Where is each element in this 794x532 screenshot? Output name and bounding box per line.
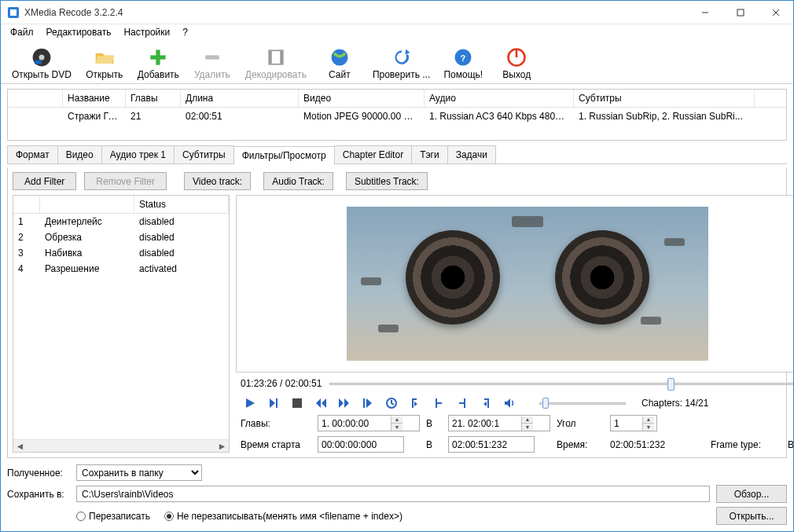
remove-filter-button[interactable]: Remove Filter <box>84 172 167 190</box>
cell-name: Стражи Га... <box>63 108 126 125</box>
list-item[interactable]: 4 Разрешение activated <box>13 261 229 277</box>
exit-button[interactable]: Выход <box>491 45 542 82</box>
file-grid[interactable]: Название Главы Длина Видео Аудио Субтитр… <box>7 89 787 141</box>
open-dvd-button[interactable]: Открыть DVD <box>7 45 76 82</box>
browse-button[interactable]: Обзор... <box>716 485 787 503</box>
filter-name: Деинтерлейс <box>40 214 134 229</box>
menu-file[interactable]: Файл <box>4 25 40 39</box>
help-label: Помощь! <box>443 69 483 80</box>
mark-out-button[interactable] <box>476 394 495 412</box>
menu-help[interactable]: ? <box>176 25 194 39</box>
col-chapters[interactable]: Главы <box>126 90 181 107</box>
col-name[interactable]: Название <box>63 90 126 107</box>
titlebar: XMedia Recode 3.2.2.4 <box>1 1 793 24</box>
zoom-slider[interactable] <box>539 397 626 409</box>
tab-video[interactable]: Видео <box>57 145 102 163</box>
menu-settings[interactable]: Настройки <box>117 25 176 39</box>
start-time-input[interactable] <box>318 436 404 453</box>
tab-jobs[interactable]: Задачи <box>447 145 496 163</box>
overwrite-radio[interactable]: Перезаписать <box>76 511 150 522</box>
site-button[interactable]: Сайт <box>314 45 365 82</box>
table-row[interactable]: Стражи Га... 21 02:00:51 Motion JPEG 900… <box>8 108 786 125</box>
window-title: XMedia Recode 3.2.2.4 <box>24 7 687 18</box>
col-audio[interactable]: Аудио <box>425 90 574 107</box>
audio-track-select[interactable]: Audio Track: <box>263 172 333 190</box>
remove-button[interactable]: Удалить <box>187 45 237 82</box>
svg-text:?: ? <box>461 53 465 63</box>
angle-input[interactable] <box>611 416 642 431</box>
open-label: Открыть <box>86 69 123 80</box>
col-length[interactable]: Длина <box>181 90 299 107</box>
list-item[interactable]: 2 Обрезка disabled <box>13 229 229 245</box>
add-filter-button[interactable]: Add Filter <box>13 172 76 190</box>
rewind-button[interactable] <box>311 394 330 412</box>
list-item[interactable]: 1 Деинтерлейс disabled <box>13 214 229 229</box>
minimize-button[interactable] <box>687 1 722 24</box>
output-path-input[interactable] <box>76 486 710 502</box>
site-label: Сайт <box>329 69 351 80</box>
forward-button[interactable] <box>335 394 354 412</box>
chapter-from-spin[interactable]: ▲▼ <box>318 415 420 431</box>
list-item[interactable]: 3 Набивка disabled <box>13 245 229 261</box>
help-button[interactable]: ? Помощь! <box>438 45 488 82</box>
filter-scrollbar[interactable]: ◄ ► <box>13 439 229 452</box>
mark-end-button[interactable] <box>453 394 472 412</box>
angle-label: Угол <box>557 418 604 429</box>
video-track-select[interactable]: Video track: <box>184 172 251 190</box>
stop-button[interactable] <box>288 394 307 412</box>
tab-tags[interactable]: Тэги <box>411 145 448 163</box>
filter-status: disabled <box>134 214 229 229</box>
step-button[interactable] <box>358 394 377 412</box>
exit-label: Выход <box>502 69 531 80</box>
tab-format[interactable]: Формат <box>7 145 58 163</box>
end-time-input[interactable] <box>448 436 535 453</box>
svg-rect-1 <box>10 9 17 16</box>
seek-slider[interactable] <box>329 376 794 391</box>
tab-audio1[interactable]: Аудио трек 1 <box>101 145 175 163</box>
tab-chapter[interactable]: Chapter Editor <box>334 145 412 163</box>
volume-button[interactable] <box>500 394 519 412</box>
filter-status: disabled <box>134 245 229 261</box>
encode-label: Декодировать <box>245 69 307 80</box>
open-folder-button[interactable]: Открыть... <box>716 507 787 525</box>
menu-edit[interactable]: Редактировать <box>40 25 118 39</box>
encode-button[interactable]: Декодировать <box>241 45 311 82</box>
tab-subs[interactable]: Субтитры <box>174 145 234 163</box>
tab-filters[interactable]: Фильтры/Просмотр <box>233 146 335 164</box>
svg-point-7 <box>39 55 44 61</box>
col-status[interactable]: Status <box>134 196 229 213</box>
file-grid-header: Название Главы Длина Видео Аудио Субтитр… <box>8 90 786 108</box>
no-overwrite-radio[interactable]: Не перезаписывать(менять имя <filename +… <box>164 511 403 522</box>
clock-button[interactable] <box>382 394 401 412</box>
scroll-left-icon[interactable]: ◄ <box>13 440 27 452</box>
open-dvd-label: Открыть DVD <box>12 69 72 80</box>
chapter-from-input[interactable] <box>318 416 391 431</box>
chapter-to-spin[interactable]: ▲▼ <box>448 415 550 431</box>
chapters-display: Chapters: 14/21 <box>641 398 708 409</box>
play-button[interactable] <box>241 394 259 412</box>
seek-thumb[interactable] <box>667 378 675 391</box>
folder-open-icon <box>94 46 116 68</box>
chapter-to-input[interactable] <box>449 416 521 431</box>
video-preview <box>236 195 794 372</box>
open-button[interactable]: Открыть <box>79 45 130 82</box>
add-button[interactable]: Добавить <box>133 45 184 82</box>
time-label: Время: <box>557 439 604 450</box>
subs-track-select[interactable]: Subtitles Track: <box>346 172 428 190</box>
mark-start-button[interactable] <box>429 394 448 412</box>
check-update-button[interactable]: Проверить ... <box>368 45 435 82</box>
col-subs[interactable]: Субтитры <box>574 90 755 107</box>
save-in-label: Сохранить в: <box>7 489 70 500</box>
col-video[interactable]: Видео <box>299 90 425 107</box>
angle-spin[interactable]: ▲▼ <box>610 415 657 431</box>
mark-in-button[interactable] <box>406 394 425 412</box>
svg-rect-3 <box>737 9 744 16</box>
svg-rect-10 <box>151 55 166 59</box>
output-mode-combo[interactable]: Сохранить в папку <box>76 464 202 481</box>
close-button[interactable] <box>758 1 793 24</box>
no-overwrite-label: Не перезаписывать(менять имя <filename +… <box>177 511 403 522</box>
filter-list[interactable]: Status 1 Деинтерлейс disabled 2 Обрезка … <box>13 195 230 453</box>
scroll-right-icon[interactable]: ► <box>215 440 229 452</box>
next-button[interactable] <box>264 394 283 412</box>
maximize-button[interactable] <box>722 1 758 24</box>
